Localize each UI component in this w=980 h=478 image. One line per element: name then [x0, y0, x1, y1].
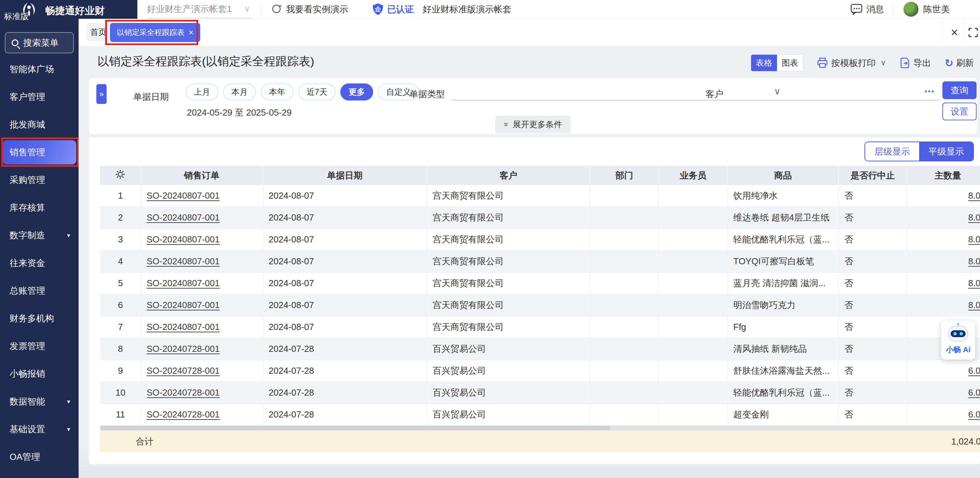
sidebar-item[interactable]: 采购管理 — [0, 166, 79, 194]
certified-badge[interactable]: 企 已认证 — [372, 3, 414, 15]
account-set-selector[interactable]: 好业财生产演示帐套1 ∨ — [147, 0, 251, 19]
table-cell: SO-20240807-001 — [141, 207, 263, 229]
refresh-button[interactable]: ↻ 刷新 — [945, 57, 974, 69]
sidebar-item[interactable]: 库存核算 — [0, 194, 79, 221]
sidebar-item[interactable]: 批发商城 — [0, 111, 79, 139]
sidebar-item[interactable]: 财务多机构 — [0, 304, 79, 332]
sidebar-item[interactable]: 小畅报销 — [0, 360, 79, 388]
demo-link-label: 我要看实例演示 — [286, 3, 348, 15]
query-button[interactable]: 查询 — [942, 81, 977, 99]
order-link[interactable]: SO-20240807-001 — [146, 212, 220, 223]
column-header[interactable]: 是否行中止 — [839, 166, 907, 185]
sidebar-search-input[interactable]: 搜索菜单 — [5, 32, 74, 53]
sidebar-item[interactable]: 发票管理 — [0, 332, 79, 360]
ai-assistant-widget[interactable]: 小畅 Ai — [941, 321, 975, 360]
order-link[interactable]: SO-20240807-001 — [146, 322, 220, 332]
table-cell — [590, 207, 659, 229]
column-header[interactable]: 主数量 — [907, 166, 980, 185]
sidebar-item[interactable]: 数据智能▼ — [0, 388, 79, 416]
table-cell — [659, 404, 728, 426]
date-preset-pill[interactable]: 近7天 — [298, 83, 336, 100]
date-preset-pill[interactable]: 本年 — [261, 83, 294, 100]
order-link[interactable]: SO-20240807-001 — [146, 234, 220, 244]
date-range-value[interactable]: 2024-05-29 至 2025-05-29 — [187, 107, 291, 119]
column-header[interactable]: 销售订单 — [141, 166, 263, 185]
qty-link[interactable]: 6.00 — [968, 409, 980, 419]
date-preset-pill[interactable]: 更多 — [340, 83, 373, 100]
sidebar-item[interactable]: 销售管理 — [0, 139, 79, 166]
table-cell — [590, 251, 659, 272]
user-name[interactable]: 陈世美 — [923, 3, 950, 15]
export-button[interactable]: 导出 — [900, 57, 931, 69]
order-link[interactable]: SO-20240728-001 — [146, 344, 220, 354]
table-cell: 2024-07-28 — [263, 382, 427, 404]
account-set-value: 好业财生产演示帐套1 — [147, 3, 232, 15]
table-cell: 饮用纯净水 — [728, 185, 839, 207]
column-header[interactable]: 部门 — [590, 166, 659, 185]
sidebar-item[interactable]: 智能体广场 — [0, 56, 79, 83]
table-row: 3SO-20240807-0012024-08-07宫天商贸有限公司轻能优酪乳利… — [100, 229, 980, 251]
table-row: 8SO-20240728-0012024-07-28百兴贸易公司清风抽纸 新韧纯… — [100, 338, 980, 360]
qty-link[interactable]: 8.00 — [968, 234, 980, 244]
table-cell: 否 — [839, 382, 907, 404]
expand-more-conditions-button[interactable]: » 展开更多条件 — [495, 116, 571, 133]
date-preset-pill[interactable]: 本月 — [223, 83, 256, 100]
table-cell: 2024-08-07 — [263, 295, 427, 316]
tab-active-report[interactable]: 以销定采全程跟踪表 × — [110, 23, 200, 42]
settings-button[interactable]: 设置 — [942, 103, 977, 120]
order-link[interactable]: SO-20240728-001 — [146, 409, 220, 419]
column-settings-button[interactable] — [100, 166, 141, 185]
column-header[interactable]: 业务员 — [659, 166, 728, 185]
messages-button[interactable]: 消息 — [851, 3, 884, 15]
qty-link[interactable]: 6.00 — [968, 365, 980, 376]
close-page-button[interactable]: × — [945, 19, 964, 46]
view-table-button[interactable]: 表格 — [751, 55, 777, 71]
table-cell: 7 — [100, 316, 141, 338]
sidebar-item-label: 数字制造 — [10, 229, 45, 241]
column-header[interactable]: 商品 — [728, 166, 839, 185]
scrollbar-thumb[interactable] — [100, 426, 611, 430]
tab-home[interactable]: 首页 — [87, 23, 110, 41]
sidebar-item[interactable]: OA管理 — [0, 443, 79, 471]
column-header[interactable]: 单据日期 — [263, 166, 427, 185]
qty-link[interactable]: 8.00 — [968, 300, 980, 310]
view-chart-button[interactable]: 图表 — [777, 55, 803, 71]
demo-link[interactable]: 我要看实例演示 — [271, 3, 348, 15]
flat-display-button[interactable]: 平级显示 — [919, 142, 973, 161]
sidebar-item[interactable]: 数字制造▼ — [0, 221, 79, 249]
qty-link[interactable]: 8.00 — [968, 190, 980, 201]
horizontal-scrollbar[interactable] — [100, 426, 980, 430]
report-table-panel: 层级显示 平级显示 销售订单单据日期客户部门业务员商品是否行中止主数量 1SO-… — [89, 137, 980, 464]
tab-bar: 首页 以销定采全程跟踪表 × × — [79, 19, 980, 46]
qty-link[interactable]: 6.00 — [968, 387, 980, 398]
order-link[interactable]: SO-20240807-001 — [146, 256, 220, 266]
table-cell: 否 — [839, 229, 907, 251]
sidebar-item[interactable]: 往来资金 — [0, 249, 79, 277]
date-preset-pill[interactable]: 上月 — [186, 83, 218, 100]
sidebar-item[interactable]: 总账管理 — [0, 277, 79, 304]
sidebar-item[interactable]: 客户管理 — [0, 83, 79, 111]
avatar[interactable] — [904, 2, 918, 17]
table-cell: 蓝月亮 清洁抑菌 滋润... — [728, 272, 839, 295]
print-label: 按模板打印 — [831, 57, 876, 69]
order-link[interactable]: SO-20240807-001 — [146, 278, 220, 288]
table-cell: 否 — [839, 185, 907, 207]
divider — [964, 19, 964, 46]
tab-close-icon[interactable]: × — [189, 28, 193, 37]
order-link[interactable]: SO-20240728-001 — [146, 365, 220, 376]
column-header[interactable]: 客户 — [427, 166, 590, 185]
order-link[interactable]: SO-20240728-001 — [146, 387, 220, 398]
qty-link[interactable]: 8.00 — [968, 256, 980, 266]
order-link[interactable]: SO-20240807-001 — [146, 190, 220, 201]
more-options-icon[interactable]: ••• — [924, 88, 935, 96]
sidebar-item[interactable]: 基础设置▼ — [0, 416, 79, 443]
print-by-template-button[interactable]: 按模板打印 ∨ — [817, 57, 886, 69]
qty-link[interactable]: 8.00 — [968, 212, 980, 223]
qty-link[interactable]: 8.00 — [968, 278, 980, 288]
order-link[interactable]: SO-20240807-001 — [146, 300, 220, 310]
hierarchy-display-button[interactable]: 层级显示 — [865, 142, 919, 161]
collapse-filter-handle[interactable]: » — [96, 84, 107, 104]
customer-input[interactable]: ••• — [730, 83, 940, 100]
table-cell — [659, 295, 728, 316]
fullscreen-icon[interactable] — [968, 28, 978, 37]
